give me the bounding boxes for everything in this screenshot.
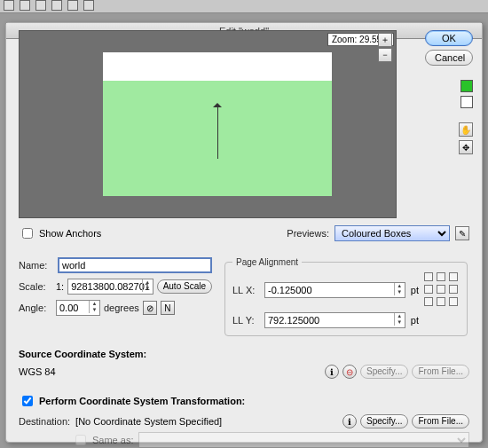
scale-field[interactable] <box>67 279 153 295</box>
dialog-buttons: OK Cancel ✋ ✥ <box>421 30 473 154</box>
lly-field[interactable] <box>264 312 405 328</box>
name-field[interactable] <box>58 257 212 273</box>
artboard <box>103 52 332 196</box>
stroke-swatch[interactable] <box>460 96 473 108</box>
preview-area: Zoom: 29.55% ＋ － <box>19 30 397 218</box>
previews-select[interactable]: Coloured Boxes <box>335 225 450 241</box>
scale-label: Scale: <box>19 281 52 292</box>
no-angle-icon[interactable]: ⊘ <box>143 301 157 315</box>
north-icon[interactable]: N <box>161 301 175 315</box>
llx-label: LL X: <box>232 285 259 295</box>
llx-field[interactable] <box>264 282 405 298</box>
transform-section: Perform Coordinate System Transformation… <box>19 393 469 448</box>
edit-dialog: Edit "world" OK Cancel ✋ ✥ Zoom: 29.55% … <box>5 22 483 443</box>
same-as-select <box>138 432 469 448</box>
source-cs-section: Source Coordinate System: WGS 84 ℹ ⊖ Spe… <box>19 349 469 379</box>
same-as-input <box>75 435 86 445</box>
dest-value: [No Coordinate System Specified] <box>75 416 222 427</box>
wand-icon[interactable]: ✎ <box>455 226 469 240</box>
dialog-body: Show Anchors Previews: Coloured Boxes ✎ … <box>19 225 469 448</box>
zoom-in-icon[interactable]: ＋ <box>378 33 392 47</box>
show-anchors-checkbox[interactable]: Show Anchors <box>19 225 101 241</box>
zoom-out-icon[interactable]: － <box>378 48 392 62</box>
move-icon[interactable]: ✥ <box>459 140 473 154</box>
dest-info-icon[interactable]: ℹ <box>342 414 357 428</box>
angle-label: Angle: <box>19 303 52 313</box>
transform-checkbox[interactable]: Perform Coordinate System Transformation… <box>19 393 469 409</box>
north-arrow-icon <box>217 106 218 159</box>
page-alignment-group: Page Alignment LL X: ▲▼ pt LL Y: ▲▼ pt <box>224 257 468 336</box>
dest-specify-button[interactable]: Specify... <box>360 414 408 428</box>
source-cs-heading: Source Coordinate System: <box>19 349 469 359</box>
ok-button[interactable]: OK <box>425 30 473 46</box>
hand-icon[interactable]: ✋ <box>459 122 473 137</box>
info-icon[interactable]: ℹ <box>325 365 339 379</box>
previews-label: Previews: <box>287 228 329 239</box>
same-as-label: Same as: <box>92 435 133 445</box>
scale-prefix: 1: <box>56 281 64 292</box>
llx-unit: pt <box>411 285 419 295</box>
show-anchors-label: Show Anchors <box>39 228 101 239</box>
dest-label: Destination: <box>19 416 70 427</box>
scs-specify-button: Specify... <box>360 365 408 379</box>
transform-label: Perform Coordinate System Transformation… <box>39 396 245 406</box>
name-label: Name: <box>19 260 52 271</box>
app-toolbar <box>0 0 488 13</box>
scs-from-file-button: From File... <box>412 365 469 379</box>
auto-scale-button[interactable]: Auto Scale <box>157 279 212 294</box>
fill-swatch[interactable] <box>460 80 473 92</box>
source-cs-value: WGS 84 <box>19 366 56 377</box>
cancel-button[interactable]: Cancel <box>425 50 473 66</box>
transform-input[interactable] <box>22 396 33 406</box>
lly-unit: pt <box>411 315 419 326</box>
page-alignment-legend: Page Alignment <box>232 257 302 267</box>
anchor-grid[interactable] <box>424 272 460 308</box>
lly-label: LL Y: <box>232 315 259 326</box>
angle-unit: degrees <box>104 303 139 313</box>
show-anchors-input[interactable] <box>22 228 33 239</box>
dest-from-file-button[interactable]: From File... <box>412 414 469 428</box>
remove-icon[interactable]: ⊖ <box>342 365 357 379</box>
same-as-checkbox: Same as: <box>72 432 133 448</box>
